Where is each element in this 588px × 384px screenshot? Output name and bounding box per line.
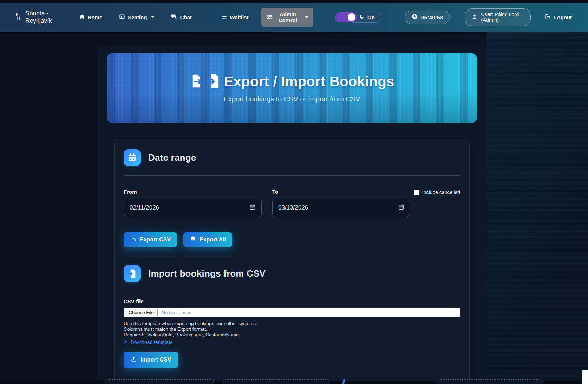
from-date-input[interactable]: 02/11/2026 bbox=[124, 199, 262, 217]
nav-item-home[interactable]: Home bbox=[79, 14, 103, 21]
export-import-card: Date range From 02/11/2026 bbox=[114, 139, 470, 384]
clock-pill: 05:40:53 bbox=[405, 11, 450, 24]
no-file-chosen-text: No file chosen bbox=[162, 310, 192, 315]
csv-file-input[interactable]: Choose File No file chosen bbox=[124, 308, 460, 317]
export-buttons-row: Export CSV Export All bbox=[124, 232, 460, 247]
help-line: Required: BookingDate, BookingTime, Cust… bbox=[124, 332, 460, 338]
calendar-picker-icon[interactable] bbox=[249, 204, 256, 212]
help-line: Columns must match the Export format. bbox=[124, 326, 460, 332]
nav-item-label: Seating bbox=[128, 14, 147, 20]
cutoff-panel bbox=[223, 379, 329, 384]
page-title: Export / Import Bookings bbox=[224, 74, 394, 90]
export-all-button[interactable]: Export All bbox=[183, 232, 232, 247]
hero-banner: Export / Import Bookings Export bookings… bbox=[107, 53, 477, 123]
file-export-icon bbox=[190, 74, 203, 90]
dark-mode-switch[interactable] bbox=[335, 12, 357, 22]
admin-control-button[interactable]: Admin Control bbox=[261, 8, 313, 27]
admin-control-label: Admin Control bbox=[275, 11, 300, 23]
export-csv-button[interactable]: Export CSV bbox=[124, 232, 177, 247]
download-icon bbox=[124, 339, 129, 345]
table-icon bbox=[119, 14, 125, 21]
date-range-title: Date range bbox=[148, 152, 196, 163]
dark-mode-toggle-group: On bbox=[335, 12, 381, 23]
include-cancelled-checkbox-group[interactable]: Include cancelled bbox=[414, 190, 460, 195]
utensils-icon bbox=[15, 13, 22, 22]
choose-file-button[interactable]: Choose File bbox=[125, 309, 158, 316]
nav-item-waitlist[interactable]: Waitlist bbox=[221, 14, 249, 21]
to-field: To 03/13/2026 bbox=[272, 189, 410, 217]
nav-item-label: Home bbox=[88, 14, 103, 20]
calendar-icon bbox=[124, 149, 141, 166]
nav-item-seating[interactable]: Seating bbox=[119, 14, 154, 21]
brand[interactable]: Sonota - Reykjavík bbox=[15, 10, 64, 25]
list-icon bbox=[221, 14, 227, 21]
from-field: From 02/11/2026 bbox=[124, 189, 262, 217]
csv-file-label: CSV file bbox=[124, 298, 460, 304]
download-icon bbox=[130, 236, 136, 244]
nav-item-label: Waitlist bbox=[230, 14, 249, 20]
cutoff-panel bbox=[105, 379, 214, 384]
import-header: Import bookings from CSV bbox=[124, 258, 460, 282]
sliders-icon bbox=[267, 14, 272, 21]
to-date-value: 03/13/2026 bbox=[278, 204, 308, 211]
top-edge-strip bbox=[0, 0, 588, 3]
user-pill[interactable]: User: Pálmi Lord (Admin) bbox=[465, 8, 531, 26]
page-subtitle: Export bookings to CSV or import from CS… bbox=[223, 95, 360, 103]
download-template-label: Download template bbox=[131, 339, 173, 345]
scrollbar-corner bbox=[582, 370, 588, 384]
home-icon bbox=[79, 14, 85, 21]
nav-item-chat[interactable]: Chat bbox=[170, 14, 191, 21]
upload-icon bbox=[131, 356, 137, 364]
chevron-down-icon bbox=[305, 16, 308, 18]
person-icon bbox=[472, 14, 477, 21]
clock-value: 05:40:53 bbox=[421, 14, 443, 20]
logout-button[interactable]: Logout bbox=[545, 14, 572, 21]
cutoff-panel bbox=[437, 379, 543, 384]
import-help-text: Use this template when importing booking… bbox=[124, 321, 460, 345]
to-label: To bbox=[272, 189, 410, 195]
chat-icon bbox=[170, 14, 177, 21]
calendar-picker-icon[interactable] bbox=[398, 204, 404, 212]
divider bbox=[124, 291, 460, 291]
switch-knob bbox=[348, 13, 355, 21]
from-label: From bbox=[124, 189, 262, 195]
download-template-link[interactable]: Download template bbox=[124, 339, 173, 345]
background-texture bbox=[487, 32, 588, 384]
main-content: Export / Import Bookings Export bookings… bbox=[97, 46, 487, 384]
to-date-input[interactable]: 03/13/2026 bbox=[272, 199, 410, 217]
import-title: Import bookings from CSV bbox=[148, 268, 266, 279]
from-date-value: 02/11/2026 bbox=[130, 204, 159, 211]
import-csv-button[interactable]: Import CSV bbox=[124, 352, 178, 368]
file-import-icon bbox=[207, 73, 221, 90]
export-all-label: Export All bbox=[200, 237, 226, 243]
date-range-form: From 02/11/2026 To 03/13/2026 bbox=[124, 189, 460, 217]
help-line: Use this template when importing booking… bbox=[124, 321, 460, 326]
navbar: Sonota - Reykjavík Home Seating Chat bbox=[0, 3, 588, 32]
import-csv-label: Import CSV bbox=[141, 357, 171, 363]
divider bbox=[124, 175, 460, 176]
file-import-icon bbox=[124, 265, 141, 282]
nav-item-label: Chat bbox=[180, 14, 191, 20]
brand-label: Sonota - Reykjavík bbox=[25, 10, 64, 25]
logout-label: Logout bbox=[554, 14, 572, 20]
date-range-header: Date range bbox=[124, 139, 460, 166]
chevron-down-icon bbox=[151, 16, 154, 18]
moon-icon bbox=[359, 14, 365, 20]
clock-icon bbox=[412, 14, 418, 21]
user-label: User: Pálmi Lord (Admin) bbox=[481, 12, 524, 23]
database-icon bbox=[190, 236, 196, 244]
include-cancelled-label: Include cancelled bbox=[422, 190, 460, 195]
export-csv-label: Export CSV bbox=[140, 237, 171, 243]
mode-label: On bbox=[367, 14, 375, 20]
logout-icon bbox=[545, 14, 551, 21]
include-cancelled-checkbox[interactable] bbox=[414, 190, 419, 195]
